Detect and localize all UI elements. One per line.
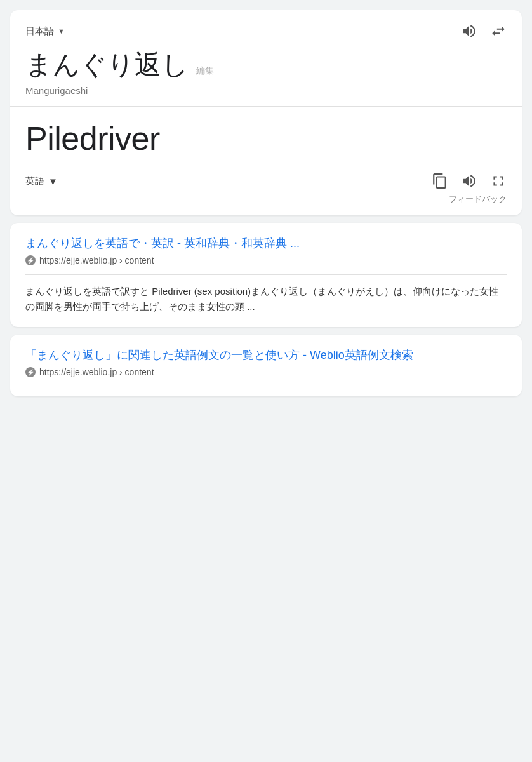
result-1-url-row: https://ejje.weblio.jp › content [25,255,507,265]
lightning-icon-1 [25,255,36,265]
result-1-title[interactable]: まんぐり返しを英語で・英訳 - 英和辞典・和英辞典 ... [25,236,507,251]
source-lang-row: 日本語 ▼ [25,23,507,39]
search-result-2: 「まんぐり返し」に関連した英語例文の一覧と使い方 - Weblio英語例文検索 … [10,335,522,396]
target-lang-label: 英語 [25,175,44,187]
speaker-icon[interactable] [461,23,477,39]
target-lang-selector[interactable]: 英語 ▼ [25,175,58,187]
romanization: Mangurigaeshi [25,85,507,96]
edit-label[interactable]: 編集 [196,65,214,77]
source-lang-label: 日本語 [25,25,54,37]
result-2-url-row: https://ejje.weblio.jp › content [25,367,507,377]
fullscreen-icon[interactable] [490,173,507,189]
source-lang-chevron: ▼ [58,27,65,35]
header-icons [461,23,507,39]
divider-1 [25,274,507,275]
feedback-row: フィードバック [25,189,507,205]
source-text: まんぐり返し [25,47,189,83]
source-section: 日本語 ▼ まんぐり返し 編集 [10,10,522,107]
target-speaker-icon[interactable] [461,173,477,189]
translator-card: 日本語 ▼ まんぐり返し 編集 [10,10,522,215]
feedback-label[interactable]: フィードバック [449,194,507,204]
result-1-snippet: まんぐり返しを英語で訳すと Piledriver (sex position)ま… [25,284,507,314]
translated-text: Piledriver [25,119,507,157]
result-1-url: https://ejje.weblio.jp › content [39,255,154,265]
source-text-container: まんぐり返し 編集 [25,47,507,83]
source-lang-selector[interactable]: 日本語 ▼ [25,25,65,37]
result-2-title[interactable]: 「まんぐり返し」に関連した英語例文の一覧と使い方 - Weblio英語例文検索 [25,347,507,363]
lightning-icon-2 [25,367,36,377]
search-result-1: まんぐり返しを英語で・英訳 - 英和辞典・和英辞典 ... https://ej… [10,223,522,327]
target-icons [432,173,507,189]
target-lang-row: 英語 ▼ [25,173,507,189]
swap-languages-icon[interactable] [490,23,507,39]
target-lang-chevron: ▼ [48,176,58,187]
copy-icon[interactable] [432,173,448,189]
result-2-url: https://ejje.weblio.jp › content [39,367,154,377]
target-section: Piledriver 英語 ▼ [10,107,522,215]
